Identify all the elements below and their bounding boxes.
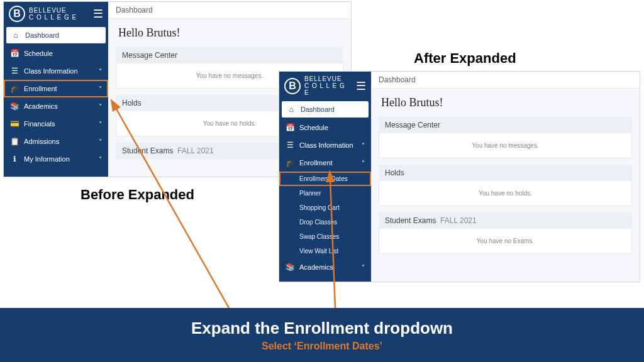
section-heading: Message Center bbox=[379, 117, 632, 133]
brand-text: BELLEVUEC O L L E G E bbox=[29, 7, 77, 21]
sidebar-item-label: Schedule bbox=[299, 124, 328, 131]
brand: B BELLEVUEC O L L E G E ☰ bbox=[4, 2, 108, 26]
sidebar-item-schedule[interactable]: 📅Schedule bbox=[4, 45, 108, 62]
nav-icon: ℹ bbox=[10, 155, 19, 163]
nav-icon: 📚 bbox=[286, 263, 294, 272]
nav-icon: 📚 bbox=[10, 102, 19, 111]
chevron-down-icon: ˅ bbox=[99, 103, 102, 110]
nav-icon: ☰ bbox=[10, 67, 19, 75]
hamburger-icon[interactable]: ☰ bbox=[356, 79, 366, 93]
sidebar-item-schedule[interactable]: 📅Schedule bbox=[279, 119, 371, 136]
section-body: You have no Exams. bbox=[379, 229, 632, 254]
chevron-down-icon: ˅ bbox=[99, 68, 102, 75]
section-heading: Message Center bbox=[116, 47, 343, 63]
section-body: You have no holds. bbox=[379, 181, 632, 206]
chevron-down-icon: ˅ bbox=[99, 121, 102, 128]
sidebar-item-label: Financials bbox=[24, 120, 55, 128]
sidebar-subitem-enrollment-dates[interactable]: Enrollment Dates bbox=[279, 172, 371, 186]
brand: B BELLEVUEC O L L E G E ☰ bbox=[279, 72, 371, 100]
sidebar-item-dashboard[interactable]: ⌂Dashboard bbox=[282, 101, 369, 118]
breadcrumb: Dashboard bbox=[371, 72, 640, 89]
logo-icon: B bbox=[284, 78, 301, 94]
sidebar-item-financials[interactable]: 💳Financials˅ bbox=[4, 115, 108, 133]
sidebar-item-label: Schedule bbox=[24, 50, 53, 57]
sidebar-subitem-planner[interactable]: Planner bbox=[279, 186, 371, 200]
sidebar-item-label: Class Information bbox=[299, 141, 353, 149]
sidebar-item-academics[interactable]: 📚Academics˅ bbox=[4, 97, 108, 115]
sidebar-before: B BELLEVUEC O L L E G E ☰ ⌂Dashboard📅Sch… bbox=[4, 2, 108, 177]
sidebar-after: B BELLEVUEC O L L E G E ☰ ⌂Dashboard📅Sch… bbox=[279, 72, 371, 282]
sidebar-item-admissions[interactable]: 📋Admissions˅ bbox=[4, 133, 108, 150]
nav-icon: 💳 bbox=[10, 119, 19, 128]
sidebar-item-enrollment[interactable]: 🎓Enrollment˄ bbox=[279, 154, 371, 172]
sidebar-item-label: Class Information bbox=[24, 67, 78, 75]
sidebar-item-label: Dashboard bbox=[25, 31, 59, 39]
chevron-down-icon: ˅ bbox=[362, 142, 365, 149]
chevron-down-icon: ˅ bbox=[99, 138, 102, 145]
sidebar-item-enrollment[interactable]: 🎓Enrollment˅ bbox=[4, 80, 108, 97]
sidebar-item-label: Enrollment bbox=[24, 85, 57, 92]
nav-icon: ⌂ bbox=[11, 31, 20, 40]
sidebar-item-label: Enrollment bbox=[299, 159, 333, 167]
sidebar-subitem-drop-classes[interactable]: Drop Classes bbox=[279, 215, 371, 229]
sidebar-item-class-information[interactable]: ☰Class Information˅ bbox=[279, 136, 371, 154]
breadcrumb: Dashboard bbox=[108, 2, 351, 19]
sidebar-item-dashboard[interactable]: ⌂Dashboard bbox=[6, 27, 106, 43]
content-after: Dashboard Hello Brutus! Message Center Y… bbox=[371, 72, 640, 282]
nav-icon: 📅 bbox=[10, 49, 19, 58]
holds: Holds You have no holds. bbox=[379, 165, 632, 206]
sidebar-item-label: Academics bbox=[24, 102, 58, 110]
page-title: Hello Brutus! bbox=[371, 89, 640, 117]
nav-icon: 🎓 bbox=[10, 84, 19, 93]
sidebar-item-academics[interactable]: 📚Academics˅ bbox=[279, 258, 371, 276]
nav-icon: ☰ bbox=[286, 141, 294, 150]
hamburger-icon[interactable]: ☰ bbox=[93, 7, 103, 21]
nav-icon: ⌂ bbox=[287, 105, 296, 114]
sidebar-item-label: Academics bbox=[299, 263, 333, 271]
caption-before: Before Expanded bbox=[80, 187, 194, 203]
sidebar-subitem-view-wait-list[interactable]: View Wait List bbox=[279, 244, 371, 258]
chevron-down-icon: ˅ bbox=[99, 85, 102, 92]
caption-after: After Expanded bbox=[414, 50, 516, 67]
section-heading: Holds bbox=[379, 165, 632, 181]
chevron-up-icon: ˄ bbox=[362, 160, 365, 167]
message-center: Message Center You have no messages. bbox=[379, 117, 632, 158]
banner-title: Expand the Enrollment dropdown bbox=[191, 319, 453, 338]
sidebar-item-label: My Information bbox=[24, 155, 70, 163]
brand-text: BELLEVUEC O L L E G E bbox=[304, 75, 352, 96]
chevron-down-icon: ˅ bbox=[99, 156, 102, 163]
sidebar-subitem-shopping-cart[interactable]: Shopping Cart bbox=[279, 200, 371, 215]
chevron-down-icon: ˅ bbox=[362, 264, 365, 271]
sidebar-subitem-swap-classes[interactable]: Swap Classes bbox=[279, 229, 371, 244]
instruction-banner: Expand the Enrollment dropdown Select ‘E… bbox=[0, 308, 644, 362]
sidebar-item-label: Dashboard bbox=[301, 106, 335, 113]
section-heading: Student Exams FALL 2021 bbox=[379, 212, 632, 229]
page-title: Hello Brutus! bbox=[108, 19, 351, 47]
logo-icon: B bbox=[9, 6, 25, 22]
panel-after: B BELLEVUEC O L L E G E ☰ ⌂Dashboard📅Sch… bbox=[279, 71, 640, 282]
banner-subtitle: Select ‘Enrollment Dates’ bbox=[262, 341, 382, 352]
nav-icon: 📅 bbox=[286, 123, 294, 132]
nav-icon: 🎓 bbox=[286, 158, 294, 167]
sidebar-item-class-information[interactable]: ☰Class Information˅ bbox=[4, 62, 108, 80]
sidebar-item-label: Admissions bbox=[24, 138, 59, 145]
sidebar-item-my-information[interactable]: ℹMy Information˅ bbox=[4, 150, 108, 168]
section-body: You have no messages. bbox=[379, 133, 632, 158]
nav-icon: 📋 bbox=[10, 137, 19, 146]
student-exams: Student Exams FALL 2021 You have no Exam… bbox=[379, 212, 632, 254]
